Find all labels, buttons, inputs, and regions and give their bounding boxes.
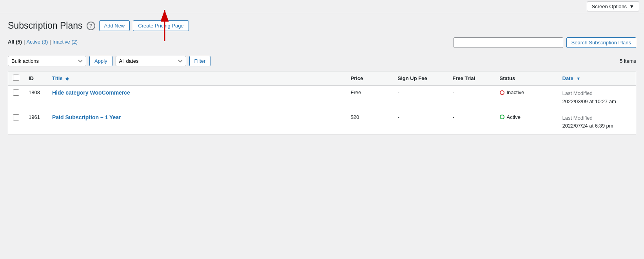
screen-options-button[interactable]: Screen Options ▼ [587,2,639,11]
col-free-trial: Free Trial [448,71,495,86]
date-filter-select[interactable]: All dates 2022/07 2022/03 [116,56,186,66]
date-value: 2022/07/24 at 6:39 pm [562,122,631,130]
date-sort-icon: ▼ [576,76,581,81]
date-value: 2022/03/09 at 10:27 am [562,98,631,106]
status-dot-inactive [500,90,504,95]
row-checkbox[interactable] [13,89,19,96]
row-signup-fee: - [393,86,448,110]
row-title-cell: Hide category WooCommerce [47,86,346,110]
row-signup-fee: - [393,110,448,135]
table-header-row: ID Title ◆ Price Sign Up Fee Free Trial … [8,71,636,86]
filter-search-row: All (5) | Active (3) | Inactive (2) Sear… [8,37,636,52]
create-pricing-page-button[interactable]: Create Pricing Page [133,20,189,31]
toolbar-row: Bulk actions Edit Move to Trash Apply Al… [8,56,636,66]
row-id: 1961 [24,110,47,135]
row-title-link[interactable]: Paid Subscription – 1 Year [52,114,121,120]
date-modified-label: Last Modified [562,114,631,122]
page-header: Subscription Plans ? Add New Create Pric… [8,20,636,31]
apply-button[interactable]: Apply [89,56,112,66]
col-price: Price [346,71,393,86]
col-title[interactable]: Title ◆ [47,71,346,86]
filter-all[interactable]: All (5) [8,39,22,45]
status-label: Inactive [507,89,524,95]
header-buttons: Add New Create Pricing Page [99,20,189,31]
filter-links: All (5) | Active (3) | Inactive (2) [8,39,78,45]
filter-active[interactable]: Active (3) [27,39,48,45]
date-modified-label: Last Modified [562,89,631,98]
row-free-trial: - [448,86,495,110]
col-id: ID [24,71,47,86]
subscription-plans-table: ID Title ◆ Price Sign Up Fee Free Trial … [8,71,636,135]
date-filter-wrapper: All dates 2022/07 2022/03 [116,56,186,66]
row-checkbox-cell [8,110,24,135]
select-all-header [8,71,24,86]
status-label: Active [507,114,521,120]
status-dot-active [500,115,504,119]
search-button[interactable]: Search Subscription Plans [566,37,636,48]
row-title-link[interactable]: Hide category WooCommerce [52,89,130,96]
filter-button[interactable]: Filter [189,56,211,66]
col-status: Status [495,71,558,86]
col-signup-fee: Sign Up Fee [393,71,448,86]
page-title: Subscription Plans [8,20,83,31]
title-sort-icon: ◆ [65,76,69,81]
screen-options-bar: Screen Options ▼ [0,0,644,13]
row-price: Free [346,86,393,110]
screen-options-chevron-icon: ▼ [629,4,634,9]
filter-inactive[interactable]: Inactive (2) [53,39,78,45]
row-checkbox[interactable] [13,114,19,120]
main-content: Subscription Plans ? Add New Create Pric… [0,13,644,142]
bulk-actions-select[interactable]: Bulk actions Edit Move to Trash [8,56,86,66]
bulk-actions-wrapper: Bulk actions Edit Move to Trash [8,56,86,66]
help-icon[interactable]: ? [87,22,95,30]
search-area: Search Subscription Plans [454,37,636,48]
screen-options-label: Screen Options [592,4,627,9]
row-status: Inactive [495,86,558,110]
row-title-cell: Paid Subscription – 1 Year [47,110,346,135]
table-row: 1808 Hide category WooCommerce Free - - … [8,86,636,110]
row-date: Last Modified 2022/03/09 at 10:27 am [558,86,636,110]
select-all-checkbox[interactable] [13,75,19,81]
row-id: 1808 [24,86,47,110]
items-count: 5 items [620,58,636,64]
search-input[interactable] [454,37,563,48]
col-date[interactable]: Date ▼ [558,71,636,86]
row-date: Last Modified 2022/07/24 at 6:39 pm [558,110,636,135]
row-status: Active [495,110,558,135]
table-row: 1961 Paid Subscription – 1 Year $20 - - … [8,110,636,135]
row-price: $20 [346,110,393,135]
row-checkbox-cell [8,86,24,110]
add-new-button[interactable]: Add New [99,20,130,31]
row-free-trial: - [448,110,495,135]
